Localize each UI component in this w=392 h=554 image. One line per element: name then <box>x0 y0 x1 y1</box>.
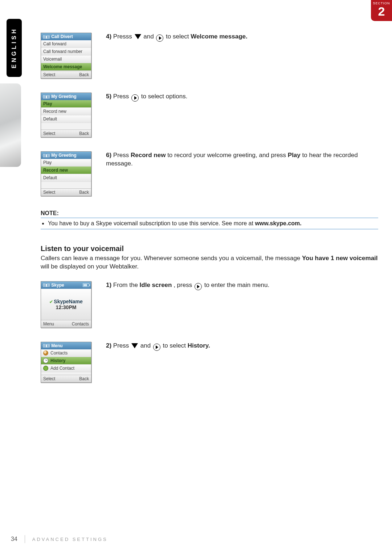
phone-header: ((▮)) My Greeting <box>41 152 91 159</box>
language-text: ENGLISH <box>11 27 17 68</box>
menu-label: Contacts <box>50 350 68 356</box>
menu-item-add-contact[interactable]: Add Contact <box>41 365 91 372</box>
step-number: 4) <box>106 33 111 40</box>
idle-skypename: ✔SkypeName <box>49 299 82 304</box>
phone-body: Call forward Call forward number Voicema… <box>41 40 91 71</box>
step-text: 6) Press Record new to record your welco… <box>99 151 378 196</box>
list-item-selected[interactable]: Record new <box>41 167 91 174</box>
edge-photo <box>0 83 21 167</box>
contacts-icon <box>43 350 48 356</box>
list-item[interactable]: Call forward <box>41 40 91 48</box>
step-text: 5) Press to select options. <box>99 93 378 138</box>
softkey-left[interactable]: Select <box>43 131 55 136</box>
phone-header: ((▮)) Call Divert <box>41 33 91 40</box>
para-bold: You have 1 new voicemail <box>302 255 378 262</box>
signal-icon: ((▮)) <box>43 35 50 39</box>
vm-step-1-row: ((▮)) Skype ✔SkypeName 12:30PM Menu Cont… <box>41 281 378 328</box>
phone-body: Play Record new Default <box>41 100 91 130</box>
phone-header: ((▮)) My Greeting <box>41 93 91 100</box>
listen-heading: Listen to your voicemail <box>41 245 378 253</box>
note-bullet: You have to buy a Skype voicemail subscr… <box>48 220 378 227</box>
add-contact-icon <box>43 366 48 371</box>
menu-item-history[interactable]: History <box>41 357 91 365</box>
list-item[interactable]: Call forward number <box>41 48 91 56</box>
softkey-left[interactable]: Select <box>43 376 55 381</box>
note-text: You have to buy a Skype voicemail subscr… <box>48 220 255 226</box>
note-rule <box>41 229 378 229</box>
list-item-selected[interactable]: Welcome message <box>41 63 91 71</box>
vm-step-2-row: ((▮)) Menu Contacts History Add Contact <box>41 342 378 383</box>
phone-softkeys: Menu Contacts <box>41 320 91 328</box>
page-footer: 34 ADVANCED SETTINGS <box>11 535 108 543</box>
step-number: 6) <box>106 152 111 159</box>
menu-label: History <box>50 358 65 363</box>
list-item[interactable]: Record new <box>41 108 91 115</box>
step-text-part: to select options. <box>141 93 188 100</box>
step-number: 1) <box>106 282 111 288</box>
phone-idle-screen: ((▮)) Skype ✔SkypeName 12:30PM Menu Cont… <box>41 281 91 328</box>
check-icon: ✔ <box>49 299 53 304</box>
step-4-row: ((▮)) Call Divert Call forward Call forw… <box>41 33 378 79</box>
menu-label: Add Contact <box>50 366 74 371</box>
nav-key-icon <box>195 283 202 290</box>
para-text: will be displayed on your Webtalker. <box>41 263 139 270</box>
phone-softkeys: Select Back <box>41 188 91 196</box>
phone-title: Skype <box>51 283 64 288</box>
phone-header: ((▮)) Menu <box>41 342 91 349</box>
softkey-left[interactable]: Select <box>43 72 55 77</box>
softkey-right[interactable]: Back <box>79 131 89 136</box>
idle-time: 12:30PM <box>56 304 77 310</box>
phone-title: Menu <box>51 343 62 348</box>
phone-title: Call Divert <box>51 34 73 39</box>
note-url: www.skype.com. <box>255 220 301 226</box>
step-6-row: ((▮)) My Greeting Play Record new Defaul… <box>41 151 378 196</box>
battery-icon <box>83 283 89 287</box>
nav-key-icon <box>131 94 139 102</box>
phone-my-greeting-record: ((▮)) My Greeting Play Record new Defaul… <box>41 151 91 196</box>
phone-softkeys: Select Back <box>41 71 91 78</box>
step-text-part: to record your welcome greeting, and pre… <box>167 152 288 159</box>
softkey-right[interactable]: Back <box>79 72 89 77</box>
step-text-part: Presss <box>113 33 134 40</box>
step-number: 5) <box>106 93 111 100</box>
step-text-part: to enter the main menu. <box>204 282 270 288</box>
step-text-part: Press <box>113 93 131 100</box>
note-heading: NOTE: <box>41 210 378 217</box>
softkey-left[interactable]: Menu <box>43 321 54 327</box>
phone-header: ((▮)) Skype <box>41 282 91 289</box>
step-bold: Record new <box>131 152 166 159</box>
step-bold: Idle screen <box>140 282 172 288</box>
phone-softkeys: Select Back <box>41 375 91 382</box>
section-number: 2 <box>371 5 392 17</box>
footer-divider <box>25 535 25 543</box>
list-item[interactable]: Default <box>41 115 91 123</box>
step-text-part: and <box>143 33 155 40</box>
softkey-right[interactable]: Back <box>79 190 89 195</box>
step-number: 2) <box>106 342 111 349</box>
phone-my-greeting-play: ((▮)) My Greeting Play Record new Defaul… <box>41 93 91 138</box>
listen-paragraph: Callers can leave a message for you. Whe… <box>41 254 378 271</box>
down-arrow-icon <box>135 34 141 39</box>
phone-main-menu: ((▮)) Menu Contacts History Add Contact <box>41 342 91 383</box>
step-text-part: and <box>140 342 152 349</box>
softkey-right[interactable]: Contacts <box>72 321 89 327</box>
list-item[interactable]: Voicemail <box>41 56 91 63</box>
list-item[interactable]: Play <box>41 159 91 167</box>
history-icon <box>43 358 48 363</box>
step-bold: Welcome message. <box>191 33 248 40</box>
phone-softkeys: Select Back <box>41 130 91 137</box>
list-item[interactable]: Default <box>41 174 91 182</box>
signal-icon: ((▮)) <box>43 344 50 348</box>
section-badge: SECTION 2 <box>371 0 392 21</box>
menu-item-contacts[interactable]: Contacts <box>41 349 91 357</box>
list-item-selected[interactable]: Play <box>41 100 91 108</box>
softkey-right[interactable]: Back <box>79 376 89 381</box>
footer-section-name: ADVANCED SETTINGS <box>32 537 108 542</box>
signal-icon: ((▮)) <box>43 153 50 157</box>
step-text-part: Press <box>113 152 131 159</box>
softkey-left[interactable]: Select <box>43 190 55 195</box>
phone-body: ✔SkypeName 12:30PM <box>41 289 91 320</box>
note-block: NOTE: You have to buy a Skype voicemail … <box>41 210 378 229</box>
step-5-row: ((▮)) My Greeting Play Record new Defaul… <box>41 93 378 138</box>
page-content: ((▮)) Call Divert Call forward Call forw… <box>41 33 378 383</box>
